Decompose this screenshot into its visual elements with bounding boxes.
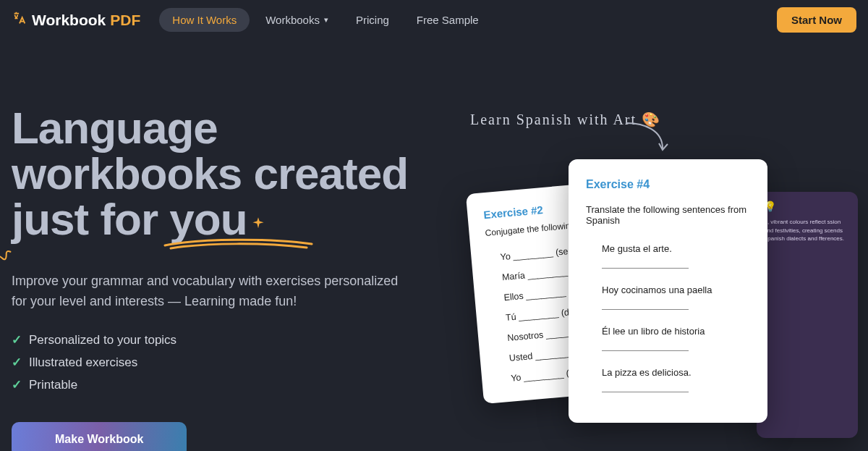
feature-item: ✓Personalized to your topics — [12, 329, 417, 351]
card-item: Él lee un libro de historia — [599, 323, 750, 364]
check-icon: ✓ — [12, 332, 22, 347]
nav-free-sample[interactable]: Free Sample — [405, 8, 490, 32]
workbook-card-exercise4: Exercise #4 Translate the following sent… — [569, 159, 767, 423]
lightbulb-icon: 💡 — [764, 199, 851, 214]
accent-squiggle-icon — [0, 247, 14, 265]
hero: Language workbooks created just for you … — [0, 40, 868, 451]
card-item: Me gusta el arte. — [599, 240, 750, 282]
feature-item: ✓Illustrated exercises — [12, 351, 417, 374]
illustration-text: rt, vibrant colours reflect ssion and fe… — [764, 219, 844, 242]
nav-how-it-works[interactable]: How It Works — [159, 8, 250, 32]
card-item: La pizza es deliciosa. — [599, 364, 750, 405]
card-item: Hoy cocinamos una paella — [599, 282, 750, 323]
hero-title: Language workbooks created just for you — [12, 105, 417, 243]
workbook-card-illustration: 💡 rt, vibrant colours reflect ssion and … — [757, 192, 858, 438]
hero-title-line1: Language — [12, 103, 218, 153]
sparkle-icon — [249, 196, 268, 242]
underline-scribble-icon — [163, 237, 315, 251]
nav-pricing[interactable]: Pricing — [344, 8, 401, 32]
hero-title-line2: workbooks created — [12, 148, 408, 198]
make-workbook-button[interactable]: Make Workbook — [12, 422, 187, 451]
chevron-down-icon: ▾ — [324, 15, 328, 25]
curved-arrow-icon — [623, 119, 673, 156]
logo[interactable]: WorkbookPDF — [12, 10, 140, 30]
top-nav: WorkbookPDF How It Works Workbooks ▾ Pri… — [0, 0, 868, 40]
check-icon: ✓ — [12, 377, 22, 392]
start-now-button[interactable]: Start Now — [777, 7, 856, 33]
feature-list: ✓Personalized to your topics ✓Illustrate… — [12, 329, 417, 396]
feature-label: Printable — [29, 378, 77, 392]
translate-icon — [12, 10, 27, 30]
nav-workbooks-label: Workbooks — [265, 14, 320, 26]
hero-left: Language workbooks created just for you … — [12, 105, 417, 451]
hero-right: Learn Spanish with Art 🎨 💡 rt, vibrant c… — [453, 105, 856, 451]
card-title: Exercise #4 — [586, 178, 750, 191]
check-icon: ✓ — [12, 355, 22, 370]
brand-text-b: PDF — [110, 12, 140, 29]
nav-workbooks[interactable]: Workbooks ▾ — [254, 8, 340, 32]
feature-label: Personalized to your topics — [29, 333, 176, 347]
brand-text-a: Workbook — [32, 12, 106, 29]
hero-title-line3a: just for — [12, 194, 169, 244]
feature-label: Illustrated exercises — [29, 355, 137, 370]
feature-item: ✓Printable — [12, 374, 417, 396]
card-subtitle: Translate the following sentences from S… — [586, 204, 750, 226]
hero-subtitle: Improve your grammar and vocabulary with… — [12, 271, 402, 312]
